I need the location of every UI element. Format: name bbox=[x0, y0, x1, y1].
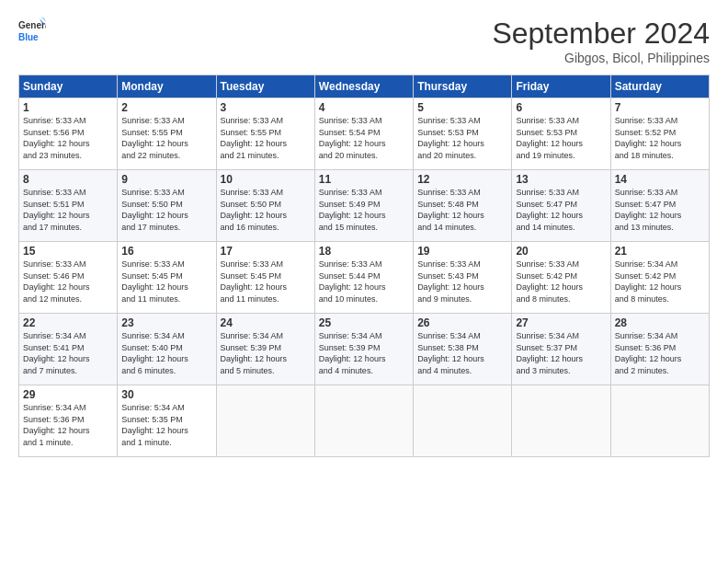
table-cell: 27 Sunrise: 5:34 AMSunset: 5:37 PMDaylig… bbox=[512, 314, 610, 385]
day-number: 9 bbox=[121, 173, 211, 186]
table-cell: 9 Sunrise: 5:33 AMSunset: 5:50 PMDayligh… bbox=[118, 170, 216, 242]
day-number: 25 bbox=[319, 316, 409, 329]
table-cell: 7 Sunrise: 5:33 AMSunset: 5:52 PMDayligh… bbox=[610, 98, 709, 170]
table-cell: 15 Sunrise: 5:33 AMSunset: 5:46 PMDaylig… bbox=[19, 242, 118, 314]
table-cell: 29 Sunrise: 5:34 AMSunset: 5:36 PMDaylig… bbox=[19, 385, 118, 457]
weekday-header-row: SundayMondayTuesdayWednesdayThursdayFrid… bbox=[19, 75, 710, 98]
table-cell bbox=[216, 385, 314, 457]
table-cell: 20 Sunrise: 5:33 AMSunset: 5:42 PMDaylig… bbox=[512, 242, 610, 314]
table-cell: 16 Sunrise: 5:33 AMSunset: 5:45 PMDaylig… bbox=[118, 242, 216, 314]
table-cell: 12 Sunrise: 5:33 AMSunset: 5:48 PMDaylig… bbox=[414, 170, 512, 242]
day-number: 15 bbox=[23, 245, 113, 258]
day-info: Sunrise: 5:33 AMSunset: 5:49 PMDaylight:… bbox=[319, 188, 386, 232]
table-cell: 25 Sunrise: 5:34 AMSunset: 5:39 PMDaylig… bbox=[314, 314, 413, 385]
day-number: 20 bbox=[516, 245, 606, 258]
day-info: Sunrise: 5:34 AMSunset: 5:39 PMDaylight:… bbox=[319, 331, 386, 375]
location: Gibgos, Bicol, Philippines bbox=[492, 51, 710, 65]
day-number: 21 bbox=[615, 245, 705, 258]
day-number: 4 bbox=[319, 101, 409, 114]
week-row-4: 22 Sunrise: 5:34 AMSunset: 5:41 PMDaylig… bbox=[19, 314, 710, 385]
day-number: 29 bbox=[23, 388, 113, 401]
day-number: 1 bbox=[23, 101, 113, 114]
table-cell: 3 Sunrise: 5:33 AMSunset: 5:55 PMDayligh… bbox=[216, 98, 314, 170]
day-number: 11 bbox=[319, 173, 409, 186]
day-number: 27 bbox=[516, 316, 606, 329]
table-cell bbox=[414, 385, 512, 457]
week-row-2: 8 Sunrise: 5:33 AMSunset: 5:51 PMDayligh… bbox=[19, 170, 710, 242]
table-cell: 21 Sunrise: 5:34 AMSunset: 5:42 PMDaylig… bbox=[610, 242, 709, 314]
day-number: 14 bbox=[615, 173, 705, 186]
svg-text:Blue: Blue bbox=[18, 32, 39, 42]
table-cell bbox=[512, 385, 610, 457]
day-info: Sunrise: 5:34 AMSunset: 5:37 PMDaylight:… bbox=[516, 331, 583, 375]
table-cell: 13 Sunrise: 5:33 AMSunset: 5:47 PMDaylig… bbox=[512, 170, 610, 242]
table-cell: 10 Sunrise: 5:33 AMSunset: 5:50 PMDaylig… bbox=[216, 170, 314, 242]
day-info: Sunrise: 5:33 AMSunset: 5:53 PMDaylight:… bbox=[417, 116, 484, 160]
table-cell bbox=[610, 385, 709, 457]
day-number: 13 bbox=[516, 173, 606, 186]
day-number: 16 bbox=[121, 245, 211, 258]
day-number: 30 bbox=[121, 388, 211, 401]
week-row-5: 29 Sunrise: 5:34 AMSunset: 5:36 PMDaylig… bbox=[19, 385, 710, 457]
table-cell: 17 Sunrise: 5:33 AMSunset: 5:45 PMDaylig… bbox=[216, 242, 314, 314]
table-cell: 28 Sunrise: 5:34 AMSunset: 5:36 PMDaylig… bbox=[610, 314, 709, 385]
day-info: Sunrise: 5:33 AMSunset: 5:47 PMDaylight:… bbox=[615, 188, 682, 232]
day-info: Sunrise: 5:33 AMSunset: 5:44 PMDaylight:… bbox=[319, 259, 386, 304]
day-info: Sunrise: 5:34 AMSunset: 5:38 PMDaylight:… bbox=[417, 331, 484, 375]
day-info: Sunrise: 5:33 AMSunset: 5:48 PMDaylight:… bbox=[417, 188, 484, 232]
day-info: Sunrise: 5:33 AMSunset: 5:50 PMDaylight:… bbox=[221, 188, 288, 232]
title-block: September 2024 Gibgos, Bicol, Philippine… bbox=[492, 17, 710, 65]
day-number: 22 bbox=[23, 316, 113, 329]
day-info: Sunrise: 5:33 AMSunset: 5:55 PMDaylight:… bbox=[121, 116, 188, 160]
table-cell: 8 Sunrise: 5:33 AMSunset: 5:51 PMDayligh… bbox=[19, 170, 118, 242]
day-info: Sunrise: 5:33 AMSunset: 5:51 PMDaylight:… bbox=[23, 188, 90, 232]
weekday-thursday: Thursday bbox=[414, 75, 512, 98]
table-cell: 5 Sunrise: 5:33 AMSunset: 5:53 PMDayligh… bbox=[414, 98, 512, 170]
day-number: 6 bbox=[516, 101, 606, 114]
weekday-wednesday: Wednesday bbox=[314, 75, 413, 98]
day-number: 8 bbox=[23, 173, 113, 186]
day-info: Sunrise: 5:34 AMSunset: 5:41 PMDaylight:… bbox=[23, 331, 90, 375]
table-cell: 14 Sunrise: 5:33 AMSunset: 5:47 PMDaylig… bbox=[610, 170, 709, 242]
table-cell: 19 Sunrise: 5:33 AMSunset: 5:43 PMDaylig… bbox=[414, 242, 512, 314]
table-cell: 1 Sunrise: 5:33 AMSunset: 5:56 PMDayligh… bbox=[19, 98, 118, 170]
table-cell: 22 Sunrise: 5:34 AMSunset: 5:41 PMDaylig… bbox=[19, 314, 118, 385]
day-number: 17 bbox=[221, 245, 311, 258]
day-number: 28 bbox=[615, 316, 705, 329]
day-number: 10 bbox=[221, 173, 311, 186]
day-info: Sunrise: 5:33 AMSunset: 5:55 PMDaylight:… bbox=[221, 116, 288, 160]
calendar-table: SundayMondayTuesdayWednesdayThursdayFrid… bbox=[18, 75, 710, 457]
day-info: Sunrise: 5:34 AMSunset: 5:42 PMDaylight:… bbox=[615, 259, 682, 304]
day-number: 3 bbox=[221, 101, 311, 114]
page: General Blue September 2024 Gibgos, Bico… bbox=[0, 0, 728, 563]
day-info: Sunrise: 5:34 AMSunset: 5:36 PMDaylight:… bbox=[23, 403, 90, 447]
weekday-friday: Friday bbox=[512, 75, 610, 98]
day-info: Sunrise: 5:33 AMSunset: 5:45 PMDaylight:… bbox=[221, 259, 288, 304]
day-info: Sunrise: 5:33 AMSunset: 5:56 PMDaylight:… bbox=[23, 116, 90, 160]
day-info: Sunrise: 5:33 AMSunset: 5:42 PMDaylight:… bbox=[516, 259, 583, 304]
day-info: Sunrise: 5:33 AMSunset: 5:46 PMDaylight:… bbox=[23, 259, 90, 304]
day-number: 26 bbox=[417, 316, 507, 329]
day-number: 19 bbox=[417, 245, 507, 258]
table-cell: 4 Sunrise: 5:33 AMSunset: 5:54 PMDayligh… bbox=[314, 98, 413, 170]
table-cell bbox=[314, 385, 413, 457]
logo-icon: General Blue bbox=[18, 17, 46, 50]
table-cell: 26 Sunrise: 5:34 AMSunset: 5:38 PMDaylig… bbox=[414, 314, 512, 385]
table-cell: 6 Sunrise: 5:33 AMSunset: 5:53 PMDayligh… bbox=[512, 98, 610, 170]
logo: General Blue bbox=[18, 17, 46, 50]
day-info: Sunrise: 5:33 AMSunset: 5:47 PMDaylight:… bbox=[516, 188, 583, 232]
table-cell: 18 Sunrise: 5:33 AMSunset: 5:44 PMDaylig… bbox=[314, 242, 413, 314]
day-info: Sunrise: 5:34 AMSunset: 5:40 PMDaylight:… bbox=[121, 331, 188, 375]
day-info: Sunrise: 5:34 AMSunset: 5:36 PMDaylight:… bbox=[615, 331, 682, 375]
day-info: Sunrise: 5:34 AMSunset: 5:35 PMDaylight:… bbox=[121, 403, 188, 447]
day-info: Sunrise: 5:33 AMSunset: 5:45 PMDaylight:… bbox=[121, 259, 188, 304]
month-title: September 2024 bbox=[492, 17, 710, 51]
table-cell: 24 Sunrise: 5:34 AMSunset: 5:39 PMDaylig… bbox=[216, 314, 314, 385]
day-number: 24 bbox=[221, 316, 311, 329]
weekday-monday: Monday bbox=[118, 75, 216, 98]
weekday-tuesday: Tuesday bbox=[216, 75, 314, 98]
table-cell: 11 Sunrise: 5:33 AMSunset: 5:49 PMDaylig… bbox=[314, 170, 413, 242]
table-cell: 30 Sunrise: 5:34 AMSunset: 5:35 PMDaylig… bbox=[118, 385, 216, 457]
weekday-sunday: Sunday bbox=[19, 75, 118, 98]
week-row-3: 15 Sunrise: 5:33 AMSunset: 5:46 PMDaylig… bbox=[19, 242, 710, 314]
